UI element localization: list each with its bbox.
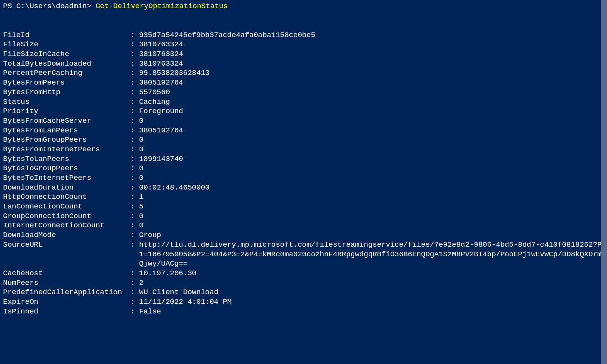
property-separator: : (131, 116, 139, 126)
output-property-row: BytesFromHttp : 5570560 (3, 88, 604, 97)
output-property-row: PercentPeerCaching : 99.8538203628413 (3, 68, 604, 78)
property-separator: : (131, 297, 139, 307)
output-property-row: Status : Caching (3, 97, 604, 107)
property-name: SourceURL (3, 240, 131, 269)
property-name: NumPeers (3, 278, 131, 288)
property-name: FileSize (3, 40, 131, 49)
property-value: 2 (139, 278, 604, 288)
property-separator: : (131, 307, 139, 317)
property-name: LanConnectionCount (3, 202, 131, 212)
property-separator: : (131, 288, 139, 297)
property-value: 935d7a54245ef9bb37acde4afa0aba1158ce0be5 (139, 30, 604, 40)
prompt-path: PS C:\Users\doadmin> (3, 2, 95, 10)
property-value: Foreground (139, 107, 604, 116)
property-name: DownloadMode (3, 230, 131, 240)
property-separator: : (131, 88, 139, 97)
output-property-row: TotalBytesDownloaded : 3810763324 (3, 59, 604, 69)
output-property-row: FileId : 935d7a54245ef9bb37acde4afa0aba1… (3, 30, 604, 40)
property-value: 3810763324 (139, 59, 604, 69)
property-name: Priority (3, 107, 131, 116)
property-name: BytesToLanPeers (3, 154, 131, 164)
property-separator: : (131, 107, 139, 116)
property-name: BytesFromInternetPeers (3, 145, 131, 154)
property-separator: : (131, 202, 139, 212)
property-separator: : (131, 78, 139, 88)
property-separator: : (131, 278, 139, 288)
property-name: PercentPeerCaching (3, 68, 131, 78)
property-name: BytesFromLanPeers (3, 126, 131, 135)
property-value: 0 (139, 221, 604, 230)
property-separator: : (131, 154, 139, 164)
property-separator: : (131, 221, 139, 230)
property-separator: : (131, 40, 139, 49)
output-property-row: BytesFromCacheServer : 0 (3, 116, 604, 126)
property-value: 1 (139, 192, 604, 202)
property-separator: : (131, 269, 139, 278)
property-value: 1899143740 (139, 154, 604, 164)
output-property-row: NumPeers : 2 (3, 278, 604, 288)
property-value: http://tlu.dl.delivery.mp.microsoft.com/… (139, 240, 604, 269)
scrollbar-thumb[interactable] (601, 0, 607, 364)
property-separator: : (131, 30, 139, 40)
property-separator: : (131, 173, 139, 183)
property-value: 10.197.206.30 (139, 269, 604, 278)
property-name: BytesFromGroupPeers (3, 135, 131, 145)
output-property-row: BytesToLanPeers : 1899143740 (3, 154, 604, 164)
command-name: Get-DeliveryOptimizationStatus (95, 2, 228, 10)
property-name: BytesFromPeers (3, 78, 131, 88)
property-separator: : (131, 240, 139, 269)
property-value: 0 (139, 164, 604, 173)
property-separator: : (131, 126, 139, 135)
command-prompt-line: PS C:\Users\doadmin> Get-DeliveryOptimiz… (3, 2, 604, 11)
property-separator: : (131, 68, 139, 78)
output-property-row: BytesToGroupPeers : 0 (3, 164, 604, 173)
property-name: InternetConnectionCount (3, 221, 131, 230)
property-separator: : (131, 164, 139, 173)
property-name: CacheHost (3, 269, 131, 278)
property-name: FileSizeInCache (3, 49, 131, 59)
output-property-row: DownloadMode : Group (3, 230, 604, 240)
property-name: HttpConnectionCount (3, 192, 131, 202)
property-name: BytesFromCacheServer (3, 116, 131, 126)
output-property-row: PredefinedCallerApplication : WU Client … (3, 288, 604, 297)
scrollbar-track[interactable] (601, 0, 607, 364)
property-value: WU Client Download (139, 288, 604, 297)
property-separator: : (131, 135, 139, 145)
output-property-row: LanConnectionCount : 5 (3, 202, 604, 212)
output-property-row: GroupConnectionCount : 0 (3, 212, 604, 221)
output-property-row: InternetConnectionCount : 0 (3, 221, 604, 230)
property-name: IsPinned (3, 307, 131, 317)
property-value: 3810763324 (139, 49, 604, 59)
property-value: 0 (139, 116, 604, 126)
output-property-row: BytesFromPeers : 3805192764 (3, 78, 604, 88)
output-property-row: HttpConnectionCount : 1 (3, 192, 604, 202)
property-name: BytesToGroupPeers (3, 164, 131, 173)
output-property-row: SourceURL : http://tlu.dl.delivery.mp.mi… (3, 240, 604, 269)
output-property-row: BytesFromGroupPeers : 0 (3, 135, 604, 145)
property-value: 0 (139, 135, 604, 145)
property-separator: : (131, 97, 139, 107)
property-name: Status (3, 97, 131, 107)
property-value: 99.8538203628413 (139, 68, 604, 78)
output-property-row: DownloadDuration : 00:02:48.4650000 (3, 183, 604, 193)
property-name: PredefinedCallerApplication (3, 288, 131, 297)
property-value: 5570560 (139, 88, 604, 97)
property-name: BytesToInternetPeers (3, 173, 131, 183)
property-name: GroupConnectionCount (3, 212, 131, 221)
output-property-row: Priority : Foreground (3, 107, 604, 116)
property-name: TotalBytesDownloaded (3, 59, 131, 69)
property-separator: : (131, 183, 139, 193)
output-property-row: BytesFromLanPeers : 3805192764 (3, 126, 604, 135)
property-value: Group (139, 230, 604, 240)
property-name: BytesFromHttp (3, 88, 131, 97)
output-property-row: IsPinned : False (3, 307, 604, 317)
property-value: 00:02:48.4650000 (139, 183, 604, 193)
property-value: 11/11/2022 4:01:04 PM (139, 297, 604, 307)
property-separator: : (131, 212, 139, 221)
property-value: 3810763324 (139, 40, 604, 49)
property-value: 0 (139, 145, 604, 154)
property-separator: : (131, 192, 139, 202)
output-property-row: BytesFromInternetPeers : 0 (3, 145, 604, 154)
property-separator: : (131, 145, 139, 154)
property-separator: : (131, 59, 139, 69)
